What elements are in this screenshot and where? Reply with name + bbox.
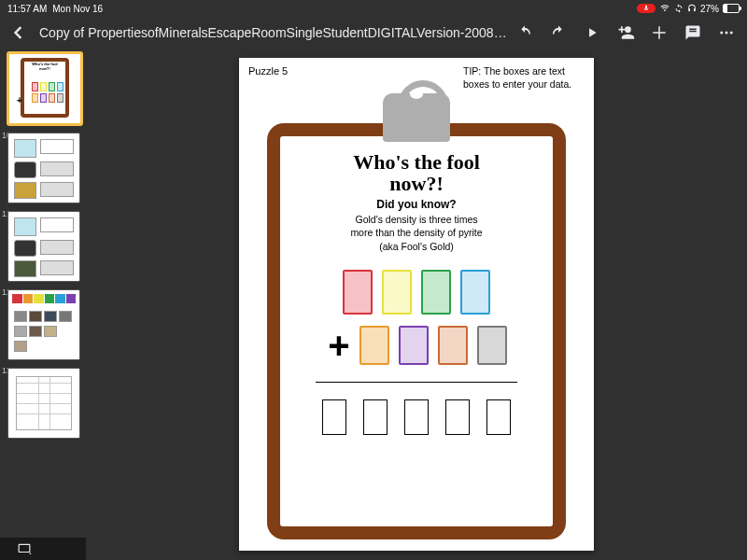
input-box-blue[interactable] [460, 270, 490, 315]
add-button[interactable] [650, 23, 669, 42]
undo-button[interactable] [515, 23, 534, 42]
thumbnail-rail-footer [0, 538, 86, 560]
slide-thumbnail-10[interactable]: 10 [7, 133, 78, 203]
slides-grid-icon[interactable] [17, 542, 32, 555]
battery-pct: 27% [700, 4, 719, 14]
input-box-brown[interactable] [438, 326, 468, 365]
app-toolbar: Copy of PropertiesofMineralsEscapeRoomSi… [0, 17, 747, 49]
slide-thumbnail-13[interactable]: 13 [7, 368, 78, 439]
slide-fact: Gold's density is three times more than … [280, 213, 553, 253]
sync-icon [674, 4, 684, 13]
color-row-1 [280, 270, 553, 315]
input-box-green[interactable] [421, 270, 451, 315]
status-bar: 11:57 AM Mon Nov 16 27% [0, 0, 747, 17]
slide-thumbnail-9[interactable]: Who's the foolnow?! + [7, 52, 78, 125]
svg-rect-3 [19, 544, 30, 552]
slide-subhead: Did you know? [280, 198, 553, 211]
color-row-2: + [280, 326, 553, 365]
puzzle-label: Puzzle 5 [248, 65, 288, 77]
thumb-mini-title: Who's the foolnow?! [9, 62, 80, 71]
wifi-icon [659, 4, 670, 13]
input-box-purple[interactable] [399, 326, 429, 365]
slide-title: Who's the fool now?! [280, 136, 553, 194]
document-title[interactable]: Copy of PropertiesofMineralsEscapeRoomSi… [39, 25, 510, 40]
input-box-grey[interactable] [477, 326, 507, 365]
status-date: Mon Nov 16 [52, 4, 103, 14]
redo-button[interactable] [549, 23, 568, 42]
plus-icon: + [326, 327, 352, 364]
share-person-button[interactable] [616, 23, 635, 42]
answer-box[interactable] [486, 399, 511, 435]
present-button[interactable] [583, 23, 601, 42]
headphones-icon [687, 4, 697, 13]
more-button[interactable] [717, 23, 736, 42]
divider-line [316, 382, 517, 383]
svg-point-0 [720, 32, 723, 35]
slide[interactable]: Puzzle 5 TIP: The boxes are text boxes t… [239, 58, 594, 551]
slide-thumbnail-11[interactable]: 11 [7, 211, 78, 282]
slide-thumbnail-12[interactable]: 12 [7, 289, 78, 360]
tip-label: TIP: The boxes are text boxes to enter y… [463, 65, 585, 91]
battery-icon [723, 4, 740, 13]
clipboard-clip-icon [383, 93, 450, 142]
thumb-plus-icon: + [17, 95, 22, 105]
answer-box[interactable] [322, 399, 346, 435]
slide-canvas[interactable]: Puzzle 5 TIP: The boxes are text boxes t… [86, 49, 747, 560]
answer-row [280, 399, 553, 435]
mic-recording-icon [637, 4, 655, 13]
clipboard-graphic: Who's the fool now?! Did you know? Gold'… [267, 101, 566, 539]
answer-box[interactable] [363, 399, 388, 435]
status-time: 11:57 AM [7, 4, 47, 14]
slide-thumbnail-rail[interactable]: Who's the foolnow?! + 10 [0, 49, 86, 560]
comment-button[interactable] [684, 23, 702, 42]
input-box-red[interactable] [343, 270, 373, 315]
input-box-yellow[interactable] [382, 270, 412, 315]
answer-box[interactable] [445, 399, 470, 435]
back-button[interactable] [6, 21, 30, 45]
answer-box[interactable] [404, 399, 429, 435]
input-box-orange[interactable] [359, 326, 389, 365]
svg-point-1 [726, 32, 728, 35]
svg-point-2 [730, 32, 733, 35]
